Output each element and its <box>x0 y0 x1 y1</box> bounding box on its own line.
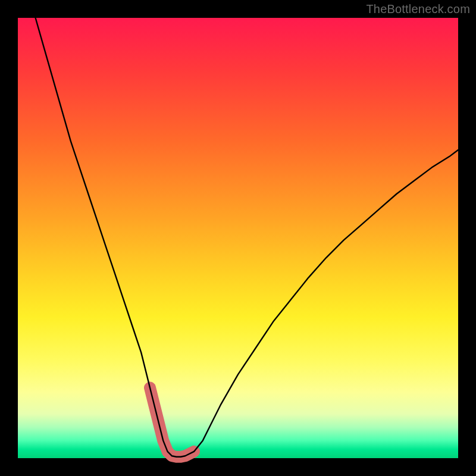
curve-svg <box>18 18 458 458</box>
plot-area <box>18 18 458 458</box>
chart-frame: TheBottleneck.com <box>0 0 476 476</box>
highlight-segment <box>150 388 194 457</box>
watermark-text: TheBottleneck.com <box>366 2 470 16</box>
bottleneck-curve <box>36 18 458 457</box>
